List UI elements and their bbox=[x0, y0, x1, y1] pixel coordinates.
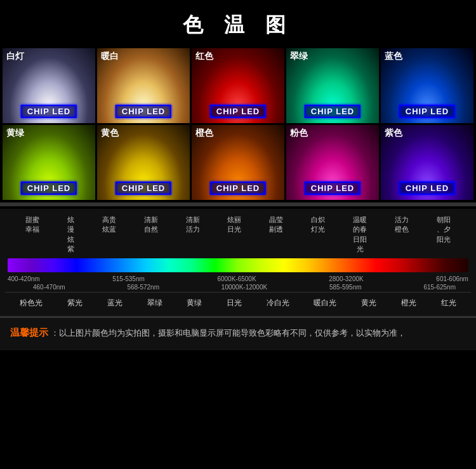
chip-badge-orange: CHIP LED bbox=[210, 182, 266, 195]
label-yellow: 黄色 bbox=[101, 128, 119, 139]
spec-label-6: 晶莹剔透 bbox=[269, 215, 283, 254]
color-name-cool-white: 冷白光 bbox=[267, 298, 289, 308]
led-cell-blue: 蓝色 CHIP LED bbox=[381, 48, 473, 123]
spec-label-2: 高贵炫蓝 bbox=[102, 215, 116, 254]
nm-601: 601-606nm bbox=[436, 275, 468, 282]
color-name-warm-white: 暖白光 bbox=[314, 298, 336, 308]
nm-568: 568-572nm bbox=[127, 284, 159, 291]
chip-badge-red: CHIP LED bbox=[210, 105, 266, 118]
note-title: 温馨提示 bbox=[10, 327, 48, 338]
color-name-daylight: 日光 bbox=[227, 298, 242, 308]
color-name-red: 红光 bbox=[441, 298, 456, 308]
label-blue: 蓝色 bbox=[385, 51, 402, 62]
led-cell-purple: 紫色 CHIP LED bbox=[381, 125, 473, 200]
led-cell-white: 白灯 CHIP LED bbox=[3, 48, 95, 123]
spec-label-9: 活力橙色 bbox=[395, 215, 409, 254]
note-paragraph: 温馨提示 ：以上图片颜色均为实拍图，摄影和电脑显示屏可能导致色彩略有不同，仅供参… bbox=[10, 326, 466, 340]
led-cell-warm-white: 暖白 CHIP LED bbox=[97, 48, 190, 123]
chip-badge-purple: CHIP LED bbox=[399, 182, 455, 195]
note-text: ：以上图片颜色均为实拍图，摄影和电脑显示屏可能导致色彩略有不同，仅供参考，以实物… bbox=[51, 328, 406, 338]
label-pink: 粉色 bbox=[290, 128, 308, 139]
color-name-pink-light: 粉色光 bbox=[20, 298, 43, 308]
spec-label-4: 清新活力 bbox=[186, 215, 200, 254]
color-name-blue: 蓝光 bbox=[107, 298, 122, 308]
page-container: 色 温 图 白灯 CHIP LED 暖白 CHIP LED 红色 CHIP LE… bbox=[0, 0, 476, 350]
spectrum-top-labels: 甜蜜幸福 炫漫炫紫 高贵炫蓝 清新自然 清新活力 炫丽日光 晶莹剔透 白炽灯光 … bbox=[5, 215, 471, 254]
nm-460: 460-470nm bbox=[33, 284, 65, 291]
spec-label-10: 朝阳、夕阳光 bbox=[437, 215, 451, 254]
chip-badge-blue: CHIP LED bbox=[399, 105, 455, 118]
color-names-row: 粉色光 紫光 蓝光 翠绿 黄绿 日光 冷白光 暖白光 黄光 橙光 红光 bbox=[5, 292, 471, 312]
label-orange: 橙色 bbox=[195, 128, 213, 139]
spectrum-bar bbox=[8, 258, 468, 272]
label-white: 白灯 bbox=[6, 51, 24, 62]
spec-label-8: 温暖的春日阳光 bbox=[353, 215, 367, 254]
nm-row2: 460-470nm 568-572nm 10000K-12000K 585-59… bbox=[8, 284, 468, 291]
nm-585: 585-595nm bbox=[329, 284, 362, 291]
color-name-yellow: 黄光 bbox=[361, 298, 376, 308]
nm-615: 615-625nm bbox=[423, 284, 456, 291]
nm-6000: 6000K-6500K bbox=[217, 275, 256, 282]
spec-label-0: 甜蜜幸福 bbox=[25, 215, 39, 254]
page-title: 色 温 图 bbox=[0, 0, 476, 48]
spec-label-7: 白炽灯光 bbox=[311, 215, 325, 254]
chip-badge-yellow-green: CHIP LED bbox=[21, 182, 77, 195]
nm-400: 400-420nm bbox=[8, 275, 40, 282]
chip-badge-yellow: CHIP LED bbox=[116, 182, 171, 195]
led-cell-yellow: 黄色 CHIP LED bbox=[97, 125, 190, 200]
chip-badge-pink: CHIP LED bbox=[305, 182, 360, 195]
note-section: 温馨提示 ：以上图片颜色均为实拍图，摄影和电脑显示屏可能导致色彩略有不同，仅供参… bbox=[0, 316, 476, 350]
spec-label-3: 清新自然 bbox=[144, 215, 158, 254]
label-warm-white: 暖白 bbox=[101, 51, 119, 62]
nm-10000: 10000K-12000K bbox=[221, 284, 267, 291]
nm-515: 515-535nm bbox=[112, 275, 145, 282]
led-cell-cyan: 翠绿 CHIP LED bbox=[286, 48, 379, 123]
color-name-yellow-green: 黄绿 bbox=[187, 298, 202, 308]
nm-labels-container: 400-420nm 515-535nm 6000K-6500K 2800-320… bbox=[5, 272, 471, 291]
color-name-purple: 紫光 bbox=[67, 298, 83, 308]
color-name-orange: 橙光 bbox=[401, 298, 416, 308]
led-cell-yellow-green: 黄绿 CHIP LED bbox=[3, 125, 95, 200]
chip-badge-cyan: CHIP LED bbox=[305, 105, 360, 118]
led-cell-pink: 粉色 CHIP LED bbox=[286, 125, 379, 200]
spectrum-section: 甜蜜幸福 炫漫炫紫 高贵炫蓝 清新自然 清新活力 炫丽日光 晶莹剔透 白炽灯光 … bbox=[0, 209, 476, 316]
led-cell-red: 红色 CHIP LED bbox=[192, 48, 284, 123]
color-name-cyan: 翠绿 bbox=[147, 298, 162, 308]
label-purple: 紫色 bbox=[385, 128, 402, 139]
label-cyan: 翠绿 bbox=[290, 51, 308, 62]
chip-badge-warm-white: CHIP LED bbox=[116, 105, 171, 118]
spec-label-1: 炫漫炫紫 bbox=[67, 215, 74, 254]
led-cell-orange: 橙色 CHIP LED bbox=[192, 125, 284, 200]
led-grid-row2: 黄绿 CHIP LED 黄色 CHIP LED 橙色 CHIP LED 粉色 C… bbox=[0, 125, 476, 200]
nm-row1: 400-420nm 515-535nm 6000K-6500K 2800-320… bbox=[8, 275, 468, 282]
led-grid-row1: 白灯 CHIP LED 暖白 CHIP LED 红色 CHIP LED 翠绿 C… bbox=[0, 48, 476, 123]
label-red: 红色 bbox=[195, 51, 213, 62]
nm-2800: 2800-3200K bbox=[329, 275, 364, 282]
separator bbox=[0, 202, 476, 206]
chip-badge-white: CHIP LED bbox=[21, 105, 77, 118]
label-yellow-green: 黄绿 bbox=[6, 128, 24, 139]
spec-label-5: 炫丽日光 bbox=[227, 215, 241, 254]
